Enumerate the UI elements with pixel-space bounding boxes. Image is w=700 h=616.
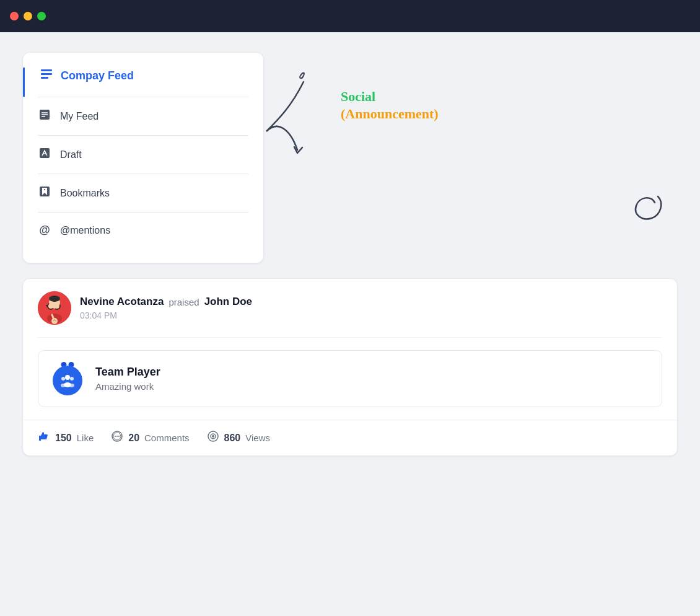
speech-bubble-icon: [111, 430, 123, 442]
badge-icon-wrap: [51, 362, 84, 395]
views-item[interactable]: 860 Views: [207, 430, 270, 446]
post-footer: 150 Like 20 Comments: [23, 420, 677, 455]
annotation-arrow: [254, 69, 378, 181]
feed-icon: [40, 68, 53, 84]
svg-point-36: [212, 435, 214, 438]
like-icon: [38, 430, 50, 446]
sidebar-item-draft[interactable]: Draft: [23, 136, 263, 174]
swirl-icon: [621, 184, 670, 234]
views-label: Views: [245, 433, 270, 443]
post-header: Nevine Acotanza praised John Doe 03:04 P…: [23, 279, 677, 337]
draft-icon: [38, 147, 51, 162]
views-count: 860: [224, 433, 241, 444]
thumbs-up-icon: [38, 430, 50, 442]
eye-icon: [207, 430, 219, 442]
sidebar-item-mentions[interactable]: @ @mentions: [23, 213, 263, 248]
svg-line-14: [46, 306, 48, 306]
badge-subtitle: Amazing work: [95, 381, 160, 392]
likes-label: Like: [77, 433, 94, 443]
badge-circle: [53, 366, 82, 395]
bookmarks-label: Bookmarks: [60, 188, 110, 199]
comments-label: Comments: [144, 433, 190, 443]
post-body: Team Player Amazing work: [23, 338, 677, 420]
swirl-annotation: [621, 184, 670, 236]
post-author: Nevine Acotanza: [80, 296, 164, 308]
draft-label: Draft: [60, 149, 82, 161]
svg-point-24: [61, 377, 65, 381]
my-feed-icon: [38, 108, 51, 124]
svg-rect-1: [41, 73, 52, 75]
annotation-announcement: (Announcement): [341, 106, 439, 122]
svg-rect-0: [41, 69, 52, 71]
comments-item[interactable]: 20 Comments: [111, 430, 189, 446]
close-button[interactable]: [10, 12, 19, 20]
mentions-label: @mentions: [60, 225, 110, 236]
svg-point-32: [116, 436, 118, 437]
likes-item[interactable]: 150 Like: [38, 430, 94, 446]
sidebar-item-my-feed[interactable]: My Feed: [23, 97, 263, 135]
svg-point-27: [61, 384, 66, 387]
titlebar: [0, 0, 700, 32]
badge-title: Team Player: [95, 366, 160, 379]
comment-icon: [111, 430, 123, 446]
sidebar-header: Compay Feed: [23, 68, 263, 97]
svg-point-28: [69, 384, 74, 387]
post-meta: Nevine Acotanza praised John Doe 03:04 P…: [80, 296, 252, 320]
svg-point-20: [49, 296, 60, 302]
post-meta-top: Nevine Acotanza praised John Doe: [80, 296, 252, 308]
team-player-icon: [59, 372, 76, 389]
likes-count: 150: [55, 433, 72, 444]
avatar: [38, 291, 71, 325]
post-card: Nevine Acotanza praised John Doe 03:04 P…: [22, 278, 678, 456]
minimize-button[interactable]: [24, 12, 32, 20]
maximize-button[interactable]: [37, 12, 46, 20]
post-target: John Doe: [204, 296, 252, 308]
badge-card: Team Player Amazing work: [38, 350, 662, 407]
svg-point-23: [65, 375, 70, 380]
svg-point-33: [118, 436, 120, 437]
sidebar-card: Compay Feed My Feed: [22, 52, 264, 263]
views-icon: [207, 430, 219, 446]
sidebar-item-bookmarks[interactable]: Bookmarks: [23, 174, 263, 212]
avatar-image: [38, 291, 71, 325]
svg-point-21: [51, 318, 58, 324]
content-area: Compay Feed My Feed: [0, 32, 700, 616]
annotation: Social (Announcement): [273, 82, 439, 122]
comments-count: 20: [128, 433, 139, 444]
svg-point-31: [115, 436, 116, 437]
mentions-icon: @: [38, 224, 51, 237]
post-time: 03:04 PM: [80, 310, 252, 320]
post-action: praised: [168, 297, 199, 307]
svg-line-22: [52, 315, 53, 318]
svg-rect-2: [41, 77, 48, 79]
annotation-social: Social: [341, 88, 439, 106]
my-feed-label: My Feed: [60, 111, 98, 122]
svg-point-25: [70, 377, 74, 381]
badge-info: Team Player Amazing work: [95, 366, 160, 392]
bookmarks-icon: [38, 185, 51, 201]
sidebar-title: Compay Feed: [61, 69, 134, 82]
